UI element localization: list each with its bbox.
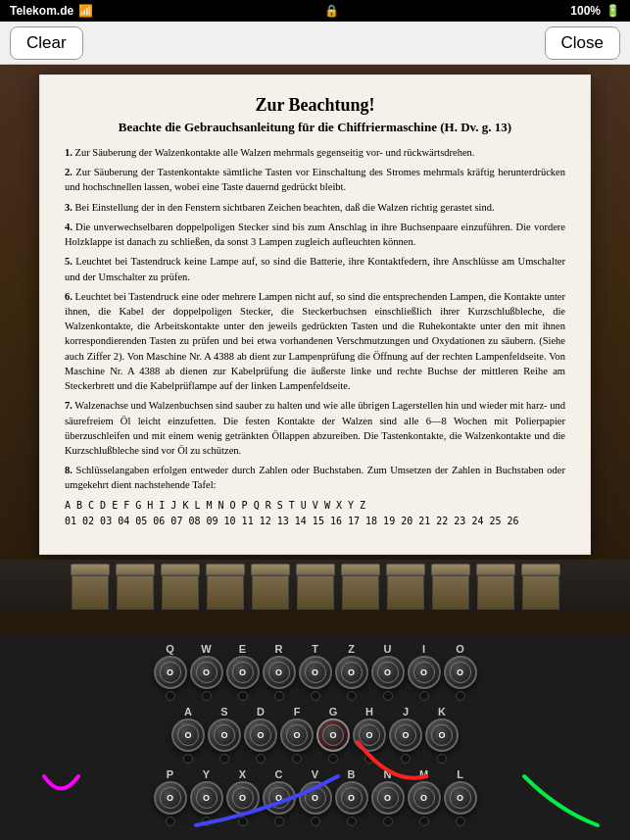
doc-item-6: 6. Leuchtet bei Tastendruck eine oder me… — [65, 289, 565, 394]
document-panel: Zur Beachtung! Beachte die Gebrauchsanle… — [39, 74, 591, 555]
wifi-icon: 📶 — [78, 4, 93, 18]
doc-item-2: 2. Zur Säuberung der Tastenkontakte sämt… — [65, 165, 565, 194]
status-left: Telekom.de 📶 — [10, 4, 93, 18]
alphabet-table: A B C D E F G H I J K L M N O P Q R S T … — [65, 498, 565, 529]
key-T[interactable]: T O — [299, 642, 332, 701]
key-row-middle: A O S O D O F O G O — [5, 705, 625, 764]
key-I[interactable]: I O — [408, 642, 441, 701]
clear-button[interactable]: Clear — [10, 26, 83, 60]
doc-item-1: 1. Zur Säuberung der Walzenkontakte alle… — [65, 145, 565, 160]
rotor-9[interactable] — [431, 564, 470, 610]
doc-item-4: 4. Die unverwechselbaren doppelpoligen S… — [65, 220, 565, 249]
key-S[interactable]: S O — [208, 705, 241, 764]
key-W[interactable]: W O — [190, 642, 223, 701]
rotor-2[interactable] — [116, 564, 155, 610]
key-P[interactable]: P O — [154, 767, 187, 826]
carrier-label: Telekom.de — [10, 4, 73, 18]
key-G[interactable]: G O — [316, 705, 350, 764]
key-F[interactable]: F O — [280, 705, 314, 764]
key-V[interactable]: V O — [299, 767, 332, 826]
rotor-3[interactable] — [161, 564, 200, 610]
key-J[interactable]: J O — [389, 705, 422, 764]
key-A[interactable]: A O — [171, 705, 205, 764]
status-bar: Telekom.de 📶 🔒 100% 🔋 — [0, 0, 630, 22]
rotor-panel — [0, 560, 630, 614]
battery-label: 100% — [570, 4, 601, 18]
rotor-11[interactable] — [521, 564, 560, 610]
key-row-bottom: P O Y O X O C O V O — [5, 767, 625, 826]
battery-icon: 🔋 — [606, 4, 620, 18]
key-O[interactable]: O O — [444, 642, 477, 701]
close-button[interactable]: Close — [545, 26, 620, 60]
key-row-top: Q O W O E O R O T O — [5, 642, 625, 701]
rotor-6[interactable] — [296, 564, 335, 610]
key-Q[interactable]: Q O — [154, 642, 187, 701]
key-N[interactable]: N O — [371, 767, 405, 826]
nav-bar: Clear Close — [0, 22, 630, 65]
main-content: Zur Beachtung! Beachte die Gebrauchsanle… — [0, 65, 630, 840]
key-R[interactable]: R O — [263, 642, 296, 701]
rotor-1[interactable] — [71, 564, 110, 610]
key-D[interactable]: D O — [244, 705, 277, 764]
key-L[interactable]: L O — [444, 767, 477, 826]
key-X[interactable]: X O — [226, 767, 260, 826]
status-right: 100% 🔋 — [570, 4, 620, 18]
key-K[interactable]: K O — [425, 705, 459, 764]
key-M[interactable]: M O — [408, 767, 441, 826]
doc-item-8: 8. Schlüsselangaben erfolgen entweder du… — [65, 463, 565, 492]
document-subtitle: Beachte die Gebrauchsanleitung für die C… — [65, 120, 565, 135]
key-C[interactable]: C O — [263, 767, 296, 826]
key-H[interactable]: H O — [353, 705, 386, 764]
rotor-4[interactable] — [206, 564, 245, 610]
doc-item-3: 3. Bei Einstellung der in den Fenstern s… — [65, 200, 565, 215]
key-Z[interactable]: Z O — [335, 642, 368, 701]
keyboard-container: Q O W O E O R O T O — [0, 634, 630, 840]
key-Y[interactable]: Y O — [190, 767, 223, 826]
rotor-10[interactable] — [476, 564, 515, 610]
rotor-5[interactable] — [251, 564, 290, 610]
key-E[interactable]: E O — [226, 642, 260, 701]
rotor-8[interactable] — [386, 564, 425, 610]
doc-item-7: 7. Walzenachse und Walzenbuchsen sind sa… — [65, 398, 565, 458]
document-title: Zur Beachtung! — [65, 95, 565, 116]
rotor-7[interactable] — [341, 564, 380, 610]
lock-icon: 🔒 — [324, 4, 339, 18]
doc-item-5: 5. Leuchtet bei Tastendruck keine Lampe … — [65, 254, 565, 283]
key-B[interactable]: B O — [335, 767, 368, 826]
key-U[interactable]: U O — [371, 642, 405, 701]
